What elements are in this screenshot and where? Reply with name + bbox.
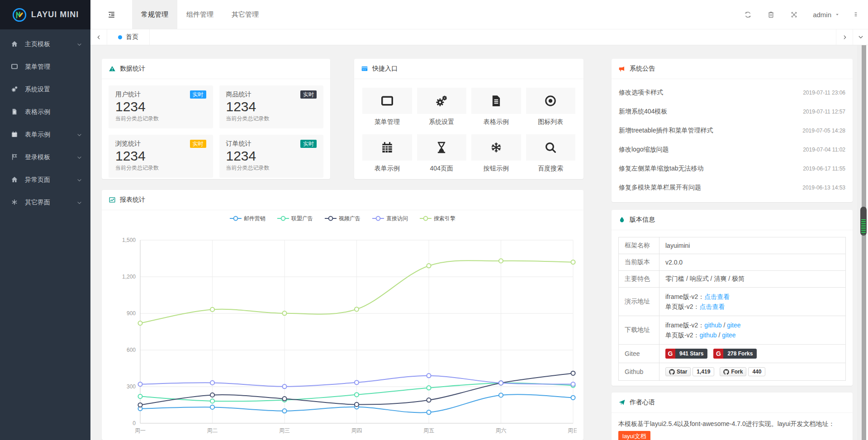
username: admin — [813, 11, 831, 19]
scrollbar-track[interactable] — [862, 45, 866, 440]
sidebar-collapse-button[interactable] — [90, 0, 132, 29]
top-tab-常规管理[interactable]: 常规管理 — [132, 0, 177, 29]
chevron-left-icon — [96, 34, 102, 40]
link-点击查看[interactable]: 点击查看 — [704, 293, 730, 300]
sidebar-item-label: 其它界面 — [25, 199, 76, 207]
github-fork-count[interactable]: 440 — [748, 367, 765, 376]
card-title: 快捷入口 — [372, 65, 398, 73]
legend-item-视频广告[interactable]: 视频广告 — [325, 215, 360, 222]
quick-entry-表单示例[interactable]: 表单示例 — [362, 134, 412, 173]
window-icon — [11, 63, 20, 71]
svg-text:900: 900 — [127, 310, 136, 317]
vertical-scrollbar — [857, 45, 868, 440]
layui-docs-badge[interactable]: layui文档 — [618, 431, 650, 440]
stat-description: 当前分类总记录数 — [226, 164, 317, 172]
sidebar-item-其它界面[interactable]: 其它界面 — [0, 191, 90, 214]
github-fork-button[interactable]: Fork — [720, 367, 746, 376]
quick-entry-label: 菜单管理 — [362, 118, 412, 126]
user-menu[interactable]: admin — [806, 11, 847, 19]
version-row-框架名称: 框架名称layuimini — [619, 237, 846, 254]
fullscreen-icon[interactable] — [783, 11, 806, 19]
quick-entry-header: 快捷入口 — [354, 59, 583, 79]
quick-entry-菜单管理[interactable]: 菜单管理 — [362, 88, 412, 126]
quick-entry-404页面[interactable]: 404页面 — [417, 134, 467, 173]
gears-icon — [417, 88, 467, 114]
trash-icon[interactable] — [759, 11, 783, 19]
sidebar-item-登录模板[interactable]: 登录模板 — [0, 146, 90, 169]
card-title: 数据统计 — [120, 65, 145, 73]
top-tab-组件管理[interactable]: 组件管理 — [177, 0, 223, 29]
legend-marker-icon — [420, 216, 432, 221]
author-line1: 本模板基于layui2.5.4以及font-awesome-4.7.0进行实现。… — [618, 420, 835, 427]
layuimini-dashboard: LAYUI MINI 主页模板菜单管理系统设置表格示例表单示例登录模板异常页面其… — [0, 0, 868, 440]
stat-label: 浏览统计 — [115, 140, 141, 148]
version-label: 当前版本 — [619, 254, 659, 271]
svg-text:周六: 周六 — [496, 427, 507, 434]
link-点击查看[interactable]: 点击查看 — [699, 303, 725, 310]
scrollbar-thumb[interactable] — [860, 207, 867, 236]
svg-text:周三: 周三 — [279, 427, 290, 434]
announcement-item[interactable]: 修改选项卡样式2019-07-11 23:06 — [619, 83, 845, 102]
tab-options-button[interactable] — [853, 29, 868, 45]
paper-plane-icon — [618, 399, 626, 406]
announcement-item[interactable]: 新增系统404模板2019-07-11 12:57 — [619, 102, 845, 121]
card-title: 版本信息 — [630, 216, 655, 224]
sidebar-item-异常页面[interactable]: 异常页面 — [0, 169, 90, 191]
gitee-badge[interactable]: G941 Stars — [665, 349, 707, 359]
announcement-time: 2019-07-11 23:06 — [803, 90, 845, 96]
sidebar-item-主页模板[interactable]: 主页模板 — [0, 33, 90, 56]
quick-entry-图标列表[interactable]: 图标列表 — [526, 88, 576, 126]
report-chart-card: 报表统计 邮件营销联盟广告视频广告直接访问搜索引擎 03006009001,20… — [102, 190, 583, 440]
link-gitee[interactable]: gitee — [722, 331, 735, 339]
link-gitee[interactable]: gitee — [727, 322, 740, 329]
link-github[interactable]: github — [704, 322, 721, 329]
svg-text:0: 0 — [133, 420, 136, 426]
sidebar-item-菜单管理[interactable]: 菜单管理 — [0, 56, 90, 78]
announcement-item[interactable]: 修复左侧菜单缩放tab无法移动2019-06-17 11:55 — [619, 159, 845, 178]
announcement-item[interactable]: 新增treetable插件和菜单管理样式2019-07-05 14:28 — [619, 121, 845, 140]
link-prefix: 单页版-v2： — [665, 303, 699, 310]
stat-description: 当前分类总记录数 — [115, 115, 206, 123]
github-star-button[interactable]: Star — [665, 367, 691, 376]
more-options-icon[interactable] — [847, 11, 864, 18]
quick-entry-按钮示例[interactable]: 按钮示例 — [471, 134, 521, 173]
stat-box-订单统计[interactable]: 订单统计实时1234当前分类总记录数 — [219, 135, 324, 178]
quick-entry-label: 表格示例 — [471, 118, 521, 126]
svg-text:600: 600 — [127, 347, 136, 353]
asterisk-icon — [11, 199, 20, 207]
sidebar-item-表单示例[interactable]: 表单示例 — [0, 123, 90, 146]
legend-item-联盟广告[interactable]: 联盟广告 — [277, 215, 313, 222]
announcement-item[interactable]: 修改logo缩放问题2019-07-04 11:02 — [619, 140, 845, 159]
github-star-count[interactable]: 1,419 — [693, 367, 714, 376]
legend-item-邮件营销[interactable]: 邮件营销 — [230, 215, 266, 222]
version-value: v2.0.0 — [665, 259, 683, 266]
sidebar-item-label: 系统设置 — [25, 85, 82, 94]
stat-box-用户统计[interactable]: 用户统计实时1234当前分类总记录数 — [109, 85, 213, 128]
announcement-item[interactable]: 修复多模块菜单栏展开有问题2019-06-13 14:53 — [619, 178, 845, 197]
home-icon — [11, 40, 20, 48]
legend-item-直接访问[interactable]: 直接访问 — [372, 215, 408, 222]
stat-description: 当前分类总记录数 — [226, 115, 317, 123]
refresh-icon[interactable] — [736, 11, 759, 19]
sidebar-item-系统设置[interactable]: 系统设置 — [0, 78, 90, 101]
card-title: 系统公告 — [630, 65, 655, 73]
page-tab-首页[interactable]: 首页 — [107, 29, 150, 45]
top-tab-其它管理[interactable]: 其它管理 — [223, 0, 268, 29]
quick-entry-系统设置[interactable]: 系统设置 — [417, 88, 467, 126]
quick-entry-label: 404页面 — [417, 165, 467, 173]
legend-item-搜索引擎[interactable]: 搜索引擎 — [420, 215, 455, 222]
gitee-icon: G — [713, 349, 723, 359]
quick-entry-表格示例[interactable]: 表格示例 — [471, 88, 521, 126]
hourglass-icon — [417, 134, 467, 161]
version-row-演示地址: 演示地址iframe版-v2：点击查看单页版-v2：点击查看 — [619, 288, 846, 316]
sidebar-item-表格示例[interactable]: 表格示例 — [0, 101, 90, 123]
gitee-badge[interactable]: G278 Forks — [713, 349, 757, 359]
tab-scroll-right-button[interactable] — [836, 29, 853, 45]
tab-scroll-left-button[interactable] — [90, 29, 107, 45]
version-label: 框架名称 — [619, 237, 659, 254]
link-github[interactable]: github — [699, 331, 716, 339]
quick-entry-百度搜索[interactable]: 百度搜索 — [526, 134, 576, 173]
stat-box-商品统计[interactable]: 商品统计实时1234当前分类总记录数 — [219, 85, 324, 128]
stat-box-浏览统计[interactable]: 浏览统计实时1234当前分类总记录数 — [109, 135, 213, 178]
chart-legend: 邮件营销联盟广告视频广告直接访问搜索引擎 — [102, 212, 583, 225]
